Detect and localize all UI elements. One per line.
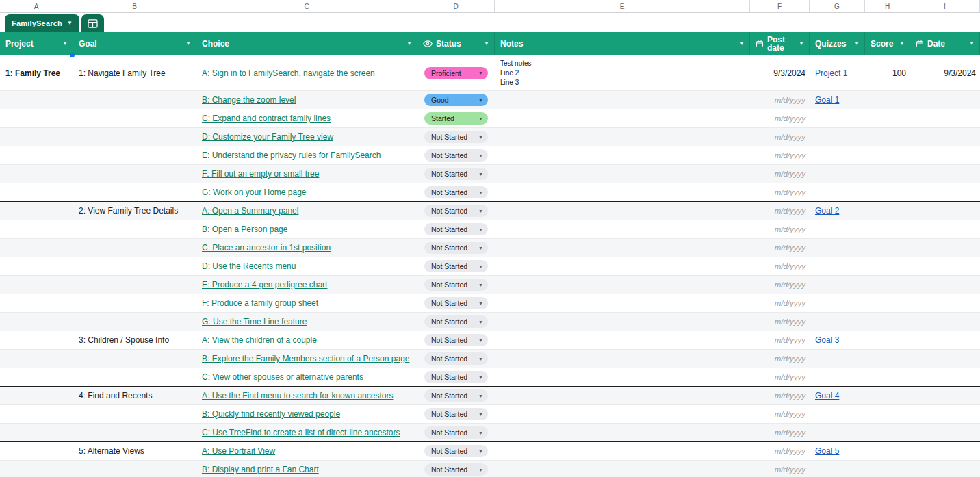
post-date-cell[interactable]: m/d/yyyy <box>750 442 810 460</box>
header-status[interactable]: Status ▼ <box>417 32 495 55</box>
choice-link[interactable]: F: Produce a family group sheet <box>202 298 318 308</box>
choice-link[interactable]: A: Use Portrait View <box>202 446 275 456</box>
choice-cell[interactable]: C: View other spouses or alternative par… <box>196 368 417 386</box>
chevron-down-icon[interactable]: ▼ <box>484 41 489 47</box>
goal-cell[interactable]: 5: Alternate Views <box>73 442 196 460</box>
header-date[interactable]: Date ▼ <box>910 32 980 55</box>
score-cell[interactable]: 100 <box>865 55 910 90</box>
date-cell[interactable] <box>910 313 980 331</box>
project-cell[interactable] <box>0 461 73 477</box>
notes-cell[interactable] <box>495 109 750 127</box>
score-cell[interactable] <box>865 350 910 368</box>
status-cell[interactable]: Not Started▼ <box>417 387 495 404</box>
choice-link[interactable]: C: Place an ancestor in 1st position <box>202 243 331 253</box>
quiz-link[interactable]: Goal 3 <box>815 335 839 345</box>
project-cell[interactable] <box>0 313 73 331</box>
date-cell[interactable] <box>910 331 980 349</box>
quiz-cell[interactable] <box>810 109 865 127</box>
choice-link[interactable]: G: Use the Time Line feature <box>202 317 307 326</box>
post-date-cell[interactable]: m/d/yyyy <box>750 165 810 183</box>
quiz-cell[interactable] <box>810 128 865 146</box>
status-pill[interactable]: Proficient▼ <box>424 67 488 79</box>
goal-cell[interactable] <box>73 146 196 164</box>
date-cell[interactable] <box>910 239 980 257</box>
post-date-cell[interactable]: m/d/yyyy <box>750 109 810 127</box>
score-cell[interactable] <box>865 442 910 460</box>
column-letter-i[interactable]: I <box>910 0 980 12</box>
status-pill[interactable]: Not Started▼ <box>424 149 488 162</box>
goal-cell[interactable] <box>73 239 196 257</box>
project-cell[interactable] <box>0 294 73 312</box>
choice-link[interactable]: C: Use TreeFind to create a list of dire… <box>202 428 400 437</box>
goal-cell[interactable]: 1: Navigate Family Tree <box>73 55 196 90</box>
quiz-cell[interactable]: Goal 3 <box>810 331 865 349</box>
chevron-down-icon[interactable]: ▼ <box>739 41 745 47</box>
choice-cell[interactable]: D: Use the Recents menu <box>196 257 417 275</box>
column-letter-b[interactable]: B <box>73 0 196 12</box>
status-cell[interactable]: Not Started▼ <box>417 165 495 183</box>
table-range-handle[interactable] <box>70 53 75 57</box>
goal-cell[interactable] <box>73 257 196 275</box>
choice-cell[interactable]: B: Change the zoom level <box>196 91 417 109</box>
quiz-link[interactable]: Project 1 <box>815 68 847 78</box>
score-cell[interactable] <box>865 202 910 220</box>
column-letter-e[interactable]: E <box>495 0 750 12</box>
notes-cell[interactable] <box>495 350 750 368</box>
status-cell[interactable]: Not Started▼ <box>417 128 495 146</box>
notes-cell[interactable] <box>495 165 750 183</box>
chevron-down-icon[interactable]: ▼ <box>969 41 975 47</box>
status-cell[interactable]: Not Started▼ <box>417 442 495 460</box>
date-cell[interactable] <box>910 461 980 477</box>
notes-cell[interactable] <box>495 405 750 423</box>
chevron-down-icon[interactable]: ▼ <box>62 41 68 47</box>
status-pill[interactable]: Not Started▼ <box>424 389 488 402</box>
score-cell[interactable] <box>865 368 910 386</box>
chevron-down-icon[interactable]: ▼ <box>185 41 191 47</box>
choice-link[interactable]: B: Quickly find recently viewed people <box>202 409 340 419</box>
project-cell[interactable] <box>0 442 73 460</box>
status-pill[interactable]: Not Started▼ <box>424 315 488 328</box>
quiz-cell[interactable] <box>810 220 865 238</box>
notes-cell[interactable] <box>495 387 750 404</box>
project-cell[interactable] <box>0 202 73 220</box>
post-date-cell[interactable]: m/d/yyyy <box>750 387 810 404</box>
post-date-cell[interactable]: m/d/yyyy <box>750 257 810 275</box>
date-cell[interactable] <box>910 220 980 238</box>
notes-cell[interactable] <box>495 202 750 220</box>
post-date-cell[interactable]: m/d/yyyy <box>750 220 810 238</box>
date-cell[interactable] <box>910 257 980 275</box>
score-cell[interactable] <box>865 165 910 183</box>
quiz-cell[interactable]: Project 1 <box>810 55 865 90</box>
choice-cell[interactable]: B: Open a Person page <box>196 220 417 238</box>
status-pill[interactable]: Not Started▼ <box>424 186 488 198</box>
status-cell[interactable]: Not Started▼ <box>417 294 495 312</box>
goal-cell[interactable] <box>73 183 196 201</box>
project-cell[interactable] <box>0 276 73 294</box>
choice-cell[interactable]: F: Produce a family group sheet <box>196 294 417 312</box>
post-date-cell[interactable]: m/d/yyyy <box>750 91 810 109</box>
status-cell[interactable]: Not Started▼ <box>417 368 495 386</box>
status-cell[interactable]: Not Started▼ <box>417 239 495 257</box>
goal-cell[interactable] <box>73 91 196 109</box>
notes-cell[interactable] <box>495 91 750 109</box>
status-cell[interactable]: Started▼ <box>417 109 495 127</box>
quiz-cell[interactable] <box>810 239 865 257</box>
column-letter-c[interactable]: C <box>196 0 417 12</box>
column-letter-h[interactable]: H <box>865 0 910 12</box>
choice-cell[interactable]: G: Work on your Home page <box>196 183 417 201</box>
quiz-link[interactable]: Goal 2 <box>815 206 839 216</box>
post-date-cell[interactable]: m/d/yyyy <box>750 405 810 423</box>
quiz-cell[interactable] <box>810 257 865 275</box>
post-date-cell[interactable]: m/d/yyyy <box>750 313 810 331</box>
choice-cell[interactable]: E: Understand the privacy rules for Fami… <box>196 146 417 164</box>
goal-cell[interactable] <box>73 220 196 238</box>
post-date-cell[interactable]: 9/3/2024 <box>750 55 810 90</box>
date-cell[interactable] <box>910 424 980 441</box>
quiz-link[interactable]: Goal 1 <box>815 95 839 105</box>
score-cell[interactable] <box>865 424 910 441</box>
quiz-link[interactable]: Goal 5 <box>815 446 839 456</box>
quiz-cell[interactable] <box>810 461 865 477</box>
status-pill[interactable]: Not Started▼ <box>424 205 488 217</box>
choice-link[interactable]: E: Understand the privacy rules for Fami… <box>202 151 381 160</box>
quiz-cell[interactable]: Goal 5 <box>810 442 865 460</box>
